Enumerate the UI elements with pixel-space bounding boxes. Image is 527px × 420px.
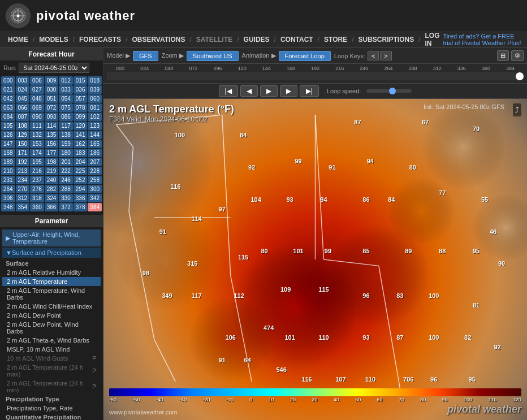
hour-cell[interactable]: 258: [88, 176, 102, 184]
hour-cell[interactable]: 183: [74, 149, 88, 157]
hour-cell[interactable]: 066: [16, 103, 30, 112]
hour-cell[interactable]: 114: [45, 122, 59, 130]
loop-key-next-button[interactable]: >: [380, 51, 391, 60]
settings-button[interactable]: ⚙: [511, 50, 524, 61]
timeline-track[interactable]: [107, 72, 524, 80]
playback-start-button[interactable]: |◀: [219, 85, 238, 97]
hour-cell[interactable]: 168: [1, 149, 15, 157]
hour-cell[interactable]: 189: [1, 158, 15, 166]
hour-cell[interactable]: 318: [30, 194, 44, 202]
hour-cell[interactable]: 012: [59, 76, 73, 85]
hour-cell[interactable]: 219: [45, 167, 59, 175]
hour-cell[interactable]: 033: [59, 85, 73, 94]
hour-cell[interactable]: 063: [1, 103, 15, 112]
zoom-button[interactable]: Southwest US: [187, 51, 239, 61]
hour-cell[interactable]: 234: [16, 176, 30, 184]
hour-cell[interactable]: 282: [45, 185, 59, 193]
hour-cell[interactable]: 207: [88, 158, 102, 166]
hour-cell[interactable]: 051: [45, 94, 59, 103]
hour-cell[interactable]: 195: [30, 158, 44, 166]
hour-cell[interactable]: 108: [16, 122, 30, 130]
playback-end-button[interactable]: ▶|: [300, 85, 319, 97]
hour-cell[interactable]: 210: [1, 167, 15, 175]
hour-cell[interactable]: 372: [59, 203, 73, 211]
hour-cell[interactable]: 270: [16, 185, 30, 193]
hour-cell[interactable]: 177: [45, 149, 59, 157]
hour-cell[interactable]: 165: [88, 140, 102, 148]
nav-models[interactable]: MODELS: [36, 36, 71, 44]
hour-cell[interactable]: 306: [1, 194, 15, 202]
hour-cell[interactable]: 120: [74, 122, 88, 130]
nav-home[interactable]: HOME: [5, 36, 32, 44]
param-item[interactable]: 2 m AGL Dew Point: [2, 311, 101, 320]
hour-cell[interactable]: 072: [45, 103, 59, 112]
hour-cell[interactable]: 300: [88, 185, 102, 193]
hour-cell[interactable]: 348: [1, 203, 15, 211]
hour-cell[interactable]: 030: [45, 85, 59, 94]
hour-cell[interactable]: 186: [88, 149, 102, 157]
hour-cell[interactable]: 354: [16, 203, 30, 211]
loop-key-prev-button[interactable]: <: [368, 51, 379, 60]
hour-cell[interactable]: 264: [1, 185, 15, 193]
param-surface-precip[interactable]: ▼ Surface and Precipitation: [2, 248, 101, 258]
hour-cell[interactable]: 360: [30, 203, 44, 211]
hour-cell[interactable]: 138: [59, 131, 73, 139]
hour-cell[interactable]: 054: [59, 94, 73, 103]
hour-cell[interactable]: 156: [45, 140, 59, 148]
share-button[interactable]: ⤴: [513, 103, 521, 116]
hour-cell[interactable]: 144: [88, 131, 102, 139]
hour-cell[interactable]: 117: [59, 122, 73, 130]
hour-cell[interactable]: 147: [1, 140, 15, 148]
hour-cell[interactable]: 213: [16, 167, 30, 175]
param-item[interactable]: 2 m AGL Temperature: [2, 277, 101, 286]
hour-cell[interactable]: 174: [30, 149, 44, 157]
hour-cell[interactable]: 078: [74, 103, 88, 112]
hour-cell[interactable]: 225: [74, 167, 88, 175]
hour-cell[interactable]: 021: [1, 85, 15, 94]
param-item[interactable]: 2 m AGL Temperature, Wind Barbs: [2, 286, 101, 302]
hour-cell[interactable]: 150: [16, 140, 30, 148]
playback-next-button[interactable]: ▶: [280, 85, 297, 97]
nav-login[interactable]: LOG IN: [422, 32, 443, 47]
nav-guides[interactable]: GUIDES: [240, 36, 273, 44]
model-button[interactable]: GFS: [133, 51, 158, 61]
hour-cell[interactable]: 240: [45, 176, 59, 184]
run-select[interactable]: Sat 2024-05-25 00z: [19, 63, 89, 73]
hour-cell[interactable]: 111: [30, 122, 44, 130]
playback-prev-button[interactable]: ◀: [240, 85, 258, 97]
timeline-thumb[interactable]: [516, 72, 524, 80]
hour-cell[interactable]: 153: [30, 140, 44, 148]
speed-thumb[interactable]: [389, 88, 396, 94]
param-item[interactable]: 2 m AGL Wind Chill/Heat Index: [2, 302, 101, 311]
param-item[interactable]: Precipitation Type, Rate: [2, 404, 101, 413]
hour-cell[interactable]: 024: [16, 85, 30, 94]
hour-cell[interactable]: 123: [88, 122, 102, 130]
hour-cell[interactable]: 135: [45, 131, 59, 139]
nav-satellite[interactable]: SATELLITE: [193, 36, 236, 44]
hour-cell[interactable]: 087: [16, 112, 30, 121]
nav-contact[interactable]: CONTACT: [277, 36, 317, 44]
hour-cell[interactable]: 015: [74, 76, 88, 85]
animation-button[interactable]: Forecast Loop: [279, 51, 331, 61]
hour-cell[interactable]: 222: [59, 167, 73, 175]
hour-cell[interactable]: 231: [1, 176, 15, 184]
hour-cell[interactable]: 192: [16, 158, 30, 166]
param-item[interactable]: 2 m AGL Dew Point, Wind Barbs: [2, 320, 101, 336]
hour-cell[interactable]: 069: [30, 103, 44, 112]
param-upper-air[interactable]: ▶ Upper-Air: Height, Wind, Temperature: [2, 230, 101, 246]
hour-cell[interactable]: 105: [1, 122, 15, 130]
hour-cell[interactable]: 090: [30, 112, 44, 121]
hour-cell[interactable]: 018: [88, 76, 102, 85]
hour-cell[interactable]: 048: [30, 94, 44, 103]
hour-cell[interactable]: 060: [88, 94, 102, 103]
hour-cell[interactable]: 039: [88, 85, 102, 94]
nav-subscriptions[interactable]: SUBSCRIPTIONS: [355, 36, 418, 44]
hour-cell[interactable]: 006: [30, 76, 44, 85]
speed-track[interactable]: [366, 89, 412, 93]
hour-cell[interactable]: 081: [88, 103, 102, 112]
hour-cell[interactable]: 198: [45, 158, 59, 166]
hour-cell[interactable]: 246: [59, 176, 73, 184]
hour-cell[interactable]: 378: [74, 203, 88, 211]
hour-cell[interactable]: 276: [30, 185, 44, 193]
nav-store[interactable]: STORE: [321, 36, 351, 44]
